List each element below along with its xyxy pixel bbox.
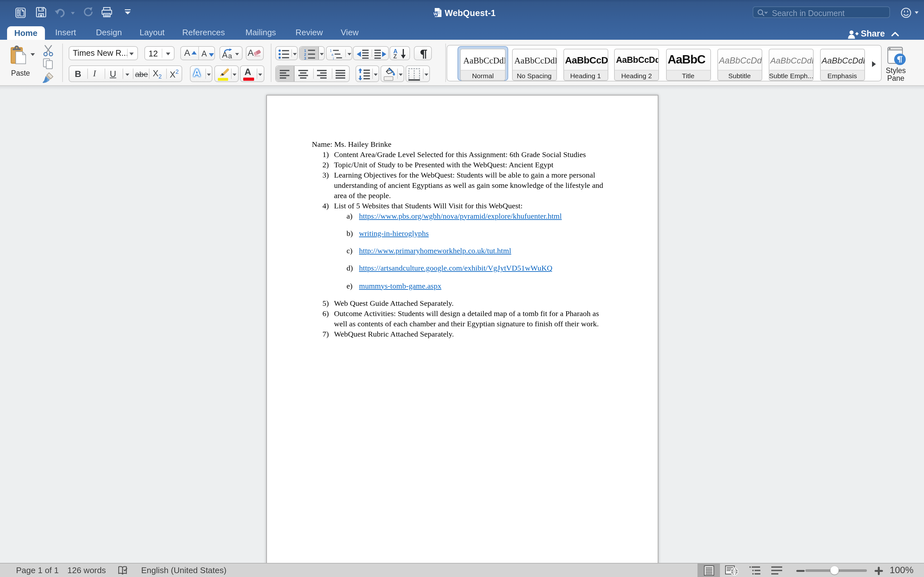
svg-text:1: 1 <box>304 48 306 52</box>
svg-text:i: i <box>333 56 333 59</box>
svg-text:2: 2 <box>304 52 306 56</box>
svg-text:W: W <box>433 11 437 16</box>
svg-text:a: a <box>331 52 333 56</box>
svg-text:1: 1 <box>330 48 331 52</box>
svg-text:3: 3 <box>304 56 306 59</box>
